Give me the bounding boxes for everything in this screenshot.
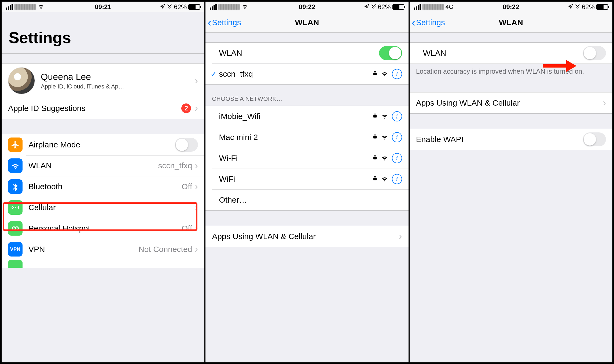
status-time: 09:21 (95, 3, 111, 11)
lock-icon (373, 113, 377, 120)
vpn-row[interactable]: VPN VPN Not Connected › (2, 239, 204, 260)
airplane-mode-row[interactable]: Airplane Mode (2, 134, 204, 155)
row-value: Off (182, 182, 192, 191)
alarm-icon (371, 3, 376, 11)
network-type-label: 4G (446, 3, 453, 10)
apps-using-wlan-row[interactable]: Apps Using WLAN & Cellular › (205, 226, 408, 247)
chevron-right-icon: › (195, 75, 198, 86)
battery-percent: 62% (582, 3, 595, 11)
row-label: VPN (28, 245, 45, 254)
airplane-icon (8, 138, 23, 152)
wifi-status-icon (38, 3, 45, 11)
apps-using-wlan-row[interactable]: Apps Using WLAN & Cellular › (410, 92, 612, 113)
wlan-toggle[interactable] (583, 46, 606, 60)
back-label: Settings (416, 18, 445, 27)
signal-icon (210, 4, 217, 10)
network-name: Mac mini 2 (219, 133, 258, 142)
wlan-on-screen: 09:22 62% ‹ Settings WLAN WLAN ✓ (205, 2, 409, 362)
badge-count: 2 (181, 103, 191, 113)
wlan-footer-text: Location accuracy is improved when WLAN … (410, 64, 612, 76)
airplane-toggle[interactable] (175, 138, 198, 152)
battery-icon (392, 4, 404, 10)
carrier-label (422, 4, 444, 10)
battery-percent: 62% (174, 3, 187, 11)
info-icon[interactable]: i (392, 153, 402, 163)
wifi-strength-icon (381, 112, 388, 120)
profile-row[interactable]: Queena Lee Apple ID, iCloud, iTunes & Ap… (2, 64, 204, 98)
signal-icon (6, 4, 13, 10)
wapi-toggle[interactable] (583, 132, 606, 146)
wlan-off-screen: 4G 09:22 62% ‹ Settings WLAN WLAN (410, 2, 612, 362)
lock-icon (373, 154, 377, 162)
chevron-left-icon: ‹ (208, 17, 211, 28)
network-name: sccn_tfxq (219, 69, 253, 79)
info-icon[interactable]: i (392, 69, 402, 79)
wifi-status-icon (241, 3, 248, 11)
network-row[interactable]: Wi-Fii (205, 148, 408, 169)
wifi-strength-icon (381, 154, 388, 162)
checkmark-icon: ✓ (210, 69, 217, 79)
network-name: iMobie_Wifi (219, 112, 260, 121)
row-label: WLAN (28, 161, 52, 170)
status-bar: 09:22 62% (205, 2, 408, 12)
battery-icon (596, 4, 608, 10)
wifi-icon (8, 158, 23, 173)
back-label: Settings (212, 18, 241, 27)
lock-icon (373, 70, 377, 78)
chevron-right-icon: › (195, 160, 198, 171)
row-label: Enable WAPI (416, 135, 464, 144)
nav-title: WLAN (499, 18, 523, 27)
wifi-strength-icon (381, 70, 388, 78)
alarm-icon (575, 3, 580, 11)
hotspot-row[interactable]: Personal Hotspot Off › (2, 218, 204, 239)
info-icon[interactable]: i (392, 111, 402, 121)
wlan-master-row: WLAN (410, 43, 612, 64)
cellular-row[interactable]: Cellular › (2, 197, 204, 218)
lock-icon (373, 133, 377, 141)
avatar (8, 67, 35, 94)
row-label: Apps Using WLAN & Cellular (212, 232, 316, 241)
bluetooth-row[interactable]: Bluetooth Off › (2, 176, 204, 197)
alarm-icon (167, 3, 172, 11)
hotspot-icon (8, 221, 23, 236)
other-network-row[interactable]: Other… (205, 190, 408, 210)
info-icon[interactable]: i (392, 174, 402, 184)
carrier-icon (8, 260, 23, 268)
bluetooth-icon (8, 179, 23, 194)
network-name: Wi-Fi (219, 154, 238, 163)
carrier-row-cut[interactable] (2, 260, 204, 268)
page-title: Settings (9, 28, 197, 47)
carrier-label (218, 4, 240, 10)
row-value: sccn_tfxq (158, 161, 192, 170)
row-label: WLAN (416, 49, 446, 58)
back-button[interactable]: ‹ Settings (205, 17, 241, 28)
row-label: Cellular (28, 203, 56, 212)
cellular-icon (8, 200, 23, 215)
row-label: Apple ID Suggestions (8, 104, 86, 113)
wlan-toggle[interactable] (379, 46, 402, 60)
row-label: Other… (219, 195, 247, 205)
choose-network-header: CHOOSE A NETWORK… (205, 85, 408, 106)
location-icon (160, 3, 165, 11)
settings-screen: 09:21 62% Settings Queena Lee Apple ID (2, 2, 205, 362)
status-time: 09:22 (503, 3, 519, 11)
network-row[interactable]: Mac mini 2i (205, 127, 408, 148)
location-icon (364, 3, 369, 11)
row-label: Apps Using WLAN & Cellular (416, 98, 520, 107)
wifi-strength-icon (381, 175, 388, 183)
back-button[interactable]: ‹ Settings (410, 17, 445, 28)
profile-subtitle: Apple ID, iCloud, iTunes & App St… (41, 83, 127, 90)
wlan-row[interactable]: WLAN sccn_tfxq › (2, 155, 204, 176)
info-icon[interactable]: i (392, 132, 402, 142)
network-row[interactable]: WiFii (205, 169, 408, 190)
apple-id-suggestions-row[interactable]: Apple ID Suggestions 2 › (2, 98, 204, 119)
connected-network-row[interactable]: ✓ sccn_tfxq i (205, 64, 408, 84)
nav-bar: ‹ Settings WLAN (410, 12, 612, 33)
nav-bar: ‹ Settings WLAN (205, 12, 408, 33)
enable-wapi-row: Enable WAPI (410, 129, 612, 150)
chevron-right-icon: › (603, 97, 606, 109)
chevron-right-icon: › (195, 202, 198, 213)
chevron-right-icon: › (195, 181, 198, 192)
battery-icon (188, 4, 200, 10)
network-row[interactable]: iMobie_Wifii (205, 106, 408, 127)
